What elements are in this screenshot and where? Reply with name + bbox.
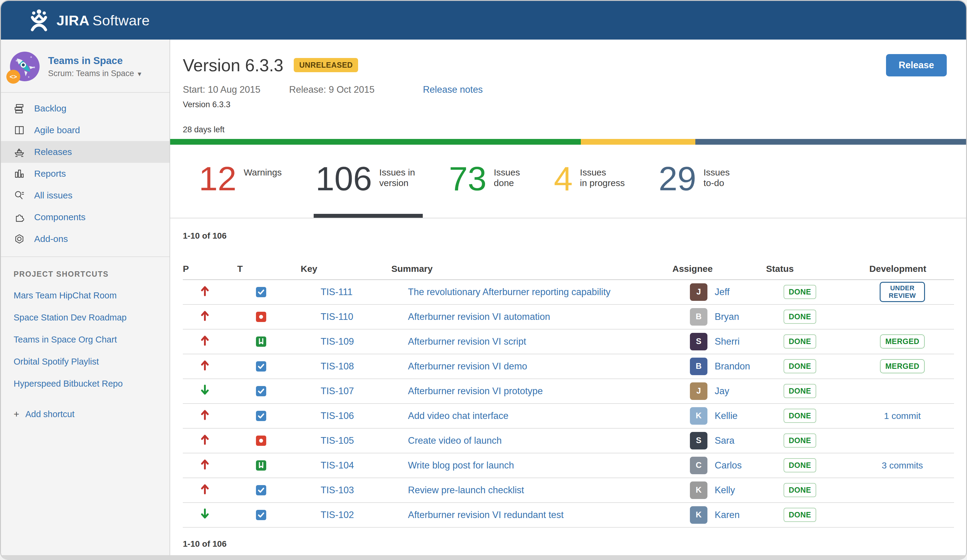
issue-key-link[interactable]: TIS-106	[321, 410, 354, 421]
sidebar-item-all-issues[interactable]: All issues	[1, 184, 170, 206]
issue-summary-link[interactable]: Afterburner revision VI redundant test	[408, 509, 564, 520]
status-done-badge: DONE	[784, 508, 816, 522]
priority-up-icon	[200, 409, 210, 420]
shortcut-link[interactable]: Space Station Dev Roadmap	[13, 313, 160, 323]
issue-key-link[interactable]: TIS-111	[321, 287, 353, 297]
commits-link[interactable]: 3 commits	[882, 460, 923, 470]
sidebar-item-label: Releases	[34, 147, 72, 157]
assignee-link[interactable]: Kellie	[715, 410, 738, 422]
issue-summary-link[interactable]: Review pre-launch checklist	[408, 485, 524, 495]
assignee-link[interactable]: Brandon	[715, 361, 750, 372]
issues-table-header: P T Key Summary Assignee Status Developm…	[183, 249, 954, 280]
col-header-summary[interactable]: Summary	[391, 249, 672, 280]
issue-key-link[interactable]: TIS-103	[321, 485, 354, 495]
issue-summary-link[interactable]: Afterburner revision VI prototype	[408, 386, 543, 396]
issue-row-tis-107: TIS-107Afterburner revision VI prototype…	[183, 379, 954, 404]
sidebar-item-components[interactable]: Components	[1, 206, 170, 228]
col-header-type[interactable]: T	[237, 249, 301, 280]
col-header-key[interactable]: Key	[301, 249, 391, 280]
issue-key-link[interactable]: TIS-102	[321, 509, 354, 520]
assignee-link[interactable]: Karen	[715, 509, 740, 520]
assignee-link[interactable]: Sherri	[715, 336, 740, 347]
summary-cell: Review pre-launch checklist	[391, 478, 672, 502]
bug-icon	[256, 436, 266, 446]
assignee-link[interactable]: Sara	[715, 435, 734, 446]
issue-key-link[interactable]: TIS-104	[321, 460, 354, 471]
issue-summary-link[interactable]: Create video of launch	[408, 435, 502, 446]
col-header-assignee[interactable]: Assignee	[672, 249, 766, 280]
type-cell	[237, 329, 301, 354]
jira-logo-icon[interactable]	[28, 9, 51, 32]
task-icon	[256, 485, 266, 495]
key-cell: TIS-106	[301, 404, 391, 428]
issue-summary-link[interactable]: Afterburner revision VI automation	[408, 311, 550, 322]
key-cell: TIS-111	[301, 280, 391, 305]
col-header-status[interactable]: Status	[766, 249, 851, 280]
assignee-link[interactable]: Kelly	[715, 485, 735, 496]
assignee-cell: SSherri	[672, 329, 766, 354]
assignee-link[interactable]: Jeff	[715, 287, 729, 298]
project-header[interactable]: <> Teams in Space Scrum: Teams in Space▼	[1, 40, 170, 93]
stat-tab-issues-done[interactable]: 73Issues done	[449, 162, 520, 218]
priority-cell	[183, 329, 237, 354]
assignee-link[interactable]: Jay	[715, 386, 729, 397]
issue-summary-link[interactable]: Afterburner revision VI script	[408, 336, 526, 347]
sidebar-item-releases[interactable]: Releases	[1, 141, 170, 163]
dev-status-badge: MERGED	[880, 359, 925, 373]
sidebar-item-label: Backlog	[34, 103, 66, 114]
logo-brand: JIRA	[56, 12, 89, 28]
sidebar-item-agile-board[interactable]: Agile board	[1, 119, 170, 141]
release-header: Version 6.3.3 UNRELEASED Release Start: …	[170, 40, 966, 109]
issue-key-link[interactable]: TIS-108	[321, 361, 354, 372]
assignee-cell: BBrandon	[672, 354, 766, 379]
app-logo-text[interactable]: JIRASoftware	[56, 12, 150, 29]
start-date: Start: 10 Aug 2015	[183, 84, 261, 95]
key-cell: TIS-104	[301, 453, 391, 478]
sidebar-item-add-ons[interactable]: Add-ons	[1, 228, 170, 250]
release-notes-link[interactable]: Release notes	[423, 84, 483, 95]
col-header-development[interactable]: Development	[851, 249, 954, 280]
issue-summary-link[interactable]: The revolutionary Afterburner reporting …	[408, 287, 611, 297]
stat-tab-warnings[interactable]: 12Warnings	[199, 162, 282, 218]
shortcut-link[interactable]: Hyperspeed Bitbucket Repo	[13, 379, 160, 389]
summary-cell: Afterburner revision VI script	[391, 329, 672, 354]
issue-key-link[interactable]: TIS-107	[321, 386, 354, 396]
commits-link[interactable]: 1 commit	[884, 411, 921, 421]
priority-up-icon	[200, 360, 210, 371]
sidebar-item-reports[interactable]: Reports	[1, 163, 170, 184]
issue-summary-link[interactable]: Write blog post for launch	[408, 460, 514, 471]
stat-tab-issues-in-progress[interactable]: 4Issues in progress	[554, 162, 625, 218]
assignee-link[interactable]: Bryan	[715, 311, 739, 322]
summary-cell: Write blog post for launch	[391, 453, 672, 478]
project-name[interactable]: Teams in Space	[48, 55, 142, 66]
assignee-link[interactable]: Carlos	[715, 460, 742, 471]
stat-label: Issues in version	[379, 167, 415, 196]
col-header-priority[interactable]: P	[183, 249, 237, 280]
stat-tab-issues-to-do[interactable]: 29Issues to-do	[658, 162, 729, 218]
issue-key-link[interactable]: TIS-110	[321, 311, 353, 322]
story-icon	[256, 336, 266, 347]
issues-table-body: TIS-111The revolutionary Afterburner rep…	[183, 280, 954, 527]
issue-summary-link[interactable]: Afterburner revision VI demo	[408, 361, 527, 372]
issue-key-link[interactable]: TIS-105	[321, 435, 354, 446]
logo-product: Software	[92, 12, 150, 28]
stat-tab-issues-in-version[interactable]: 106Issues in version	[315, 162, 415, 218]
stat-value: 12	[199, 162, 237, 196]
priority-cell	[183, 453, 237, 478]
project-board-selector[interactable]: Scrum: Teams in Space▼	[48, 69, 142, 78]
stat-value: 29	[658, 162, 696, 196]
add-shortcut-button[interactable]: + Add shortcut	[13, 408, 160, 420]
issue-key-link[interactable]: TIS-109	[321, 336, 354, 347]
avatar: K	[690, 481, 708, 499]
type-cell	[237, 428, 301, 453]
app-window: JIRASoftware	[0, 0, 967, 560]
priority-down-icon	[200, 384, 210, 395]
sidebar-item-backlog[interactable]: Backlog	[1, 97, 170, 119]
shortcut-link[interactable]: Orbital Spotify Playlist	[13, 357, 160, 367]
issue-summary-link[interactable]: Add video chat interface	[408, 410, 508, 421]
release-button[interactable]: Release	[886, 54, 947, 76]
shortcut-link[interactable]: Mars Team HipChat Room	[13, 291, 160, 301]
status-cell: DONE	[766, 453, 851, 478]
sidebar: <> Teams in Space Scrum: Teams in Space▼…	[1, 40, 170, 556]
shortcut-link[interactable]: Teams in Space Org Chart	[13, 335, 160, 345]
